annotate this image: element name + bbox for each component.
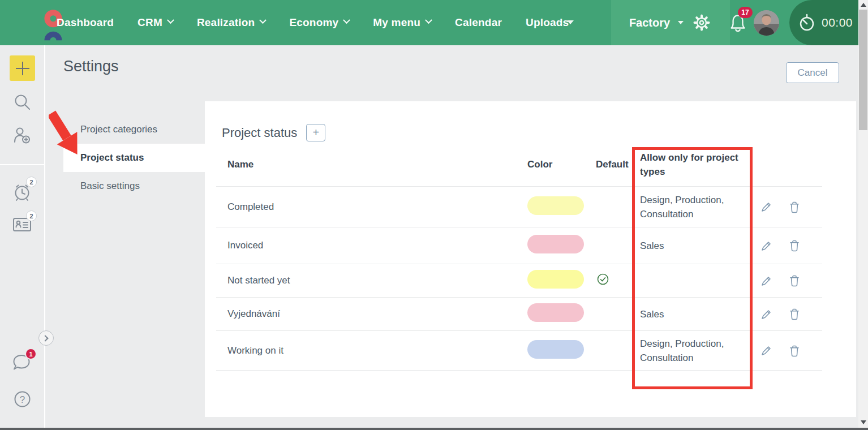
workspace-name: Factory bbox=[629, 16, 670, 29]
status-color-cell bbox=[527, 235, 596, 256]
search-button[interactable] bbox=[0, 93, 44, 111]
edit-pencil-icon[interactable] bbox=[760, 275, 772, 287]
delete-status-button[interactable] bbox=[789, 274, 817, 287]
add-status-button[interactable]: + bbox=[306, 124, 325, 141]
nav-item-my-menu[interactable]: My menu bbox=[373, 16, 431, 29]
settings-menu-item-project-status[interactable]: Project status bbox=[63, 144, 205, 172]
scroll-down-button[interactable] bbox=[858, 418, 868, 427]
gear-icon[interactable] bbox=[691, 12, 712, 33]
table-row: Working on itDesign, Production, Consult… bbox=[216, 331, 822, 371]
chevron-down-icon bbox=[167, 16, 174, 24]
contacts-badge: 2 bbox=[26, 210, 37, 221]
status-color-cell bbox=[527, 303, 596, 325]
chevron-down-icon bbox=[260, 16, 267, 24]
settings-menu: Project categoriesProject statusBasic se… bbox=[63, 115, 205, 200]
nav-item-label: Uploads bbox=[526, 16, 569, 29]
chevron-down-icon bbox=[343, 16, 350, 24]
table-body: CompletedDesign, Production, Consultatio… bbox=[205, 187, 856, 371]
color-pill bbox=[527, 270, 584, 289]
delete-trash-icon[interactable] bbox=[789, 308, 800, 320]
edit-status-button[interactable] bbox=[760, 308, 789, 320]
nav-item-label: Realization bbox=[197, 16, 255, 29]
status-name: Invoiced bbox=[216, 240, 527, 251]
nav-item-realization[interactable]: Realization bbox=[197, 16, 266, 29]
top-navigation: DashboardCRMRealizationEconomyMy menuCal… bbox=[0, 0, 858, 45]
status-default-cell bbox=[596, 273, 640, 288]
delete-status-button[interactable] bbox=[789, 308, 817, 320]
contacts-button[interactable]: 2 bbox=[0, 215, 44, 236]
chat-badge: 1 bbox=[25, 348, 37, 360]
color-pill bbox=[527, 235, 584, 253]
status-color-cell bbox=[527, 270, 596, 291]
status-name: Vyjednávání bbox=[216, 308, 527, 320]
scrollbar-thumb[interactable] bbox=[859, 10, 867, 130]
timer-value: 00:00 bbox=[822, 16, 853, 29]
color-pill bbox=[527, 303, 584, 322]
settings-menu-item-basic-settings[interactable]: Basic settings bbox=[63, 172, 205, 200]
user-avatar[interactable] bbox=[754, 10, 779, 36]
help-button[interactable]: ? bbox=[0, 390, 44, 408]
delete-trash-icon[interactable] bbox=[789, 239, 800, 252]
scroll-up-button[interactable] bbox=[858, 0, 868, 10]
delete-status-button[interactable] bbox=[789, 345, 817, 357]
chevron-down-icon bbox=[425, 16, 432, 24]
settings-menu-item-project-categories[interactable]: Project categories bbox=[63, 115, 205, 144]
table-row: CompletedDesign, Production, Consultatio… bbox=[216, 187, 822, 227]
delete-trash-icon[interactable] bbox=[789, 345, 800, 357]
default-check-icon bbox=[597, 273, 609, 285]
nav-item-label: Economy bbox=[289, 16, 338, 29]
workspace-switcher[interactable]: Factory bbox=[611, 0, 730, 45]
edit-pencil-icon[interactable] bbox=[760, 308, 772, 320]
cancel-button[interactable]: Cancel bbox=[786, 62, 839, 83]
person-add-icon bbox=[12, 126, 32, 145]
sidebar-expand-button[interactable] bbox=[38, 330, 54, 346]
column-header-allow: Allow only for project types bbox=[640, 150, 745, 179]
status-color-cell bbox=[527, 196, 596, 218]
add-contact-button[interactable] bbox=[0, 126, 44, 145]
edit-status-button[interactable] bbox=[760, 201, 789, 213]
notifications-button[interactable]: 17 bbox=[728, 11, 754, 37]
nav-more-caret-icon[interactable] bbox=[567, 20, 574, 24]
delete-status-button[interactable] bbox=[789, 201, 817, 213]
delete-status-button[interactable] bbox=[789, 239, 817, 252]
svg-text:?: ? bbox=[19, 394, 24, 405]
time-tracker[interactable]: 00:00 bbox=[789, 0, 858, 45]
color-pill bbox=[527, 196, 584, 215]
nav-item-calendar[interactable]: Calendar bbox=[455, 16, 502, 29]
reminders-button[interactable]: 2 bbox=[0, 181, 44, 205]
color-pill bbox=[527, 340, 584, 359]
edit-pencil-icon[interactable] bbox=[760, 345, 772, 356]
chat-button[interactable]: 1 bbox=[0, 352, 44, 374]
question-icon: ? bbox=[14, 390, 31, 408]
status-allow-types: Sales bbox=[640, 307, 750, 321]
quick-add-button[interactable] bbox=[10, 55, 35, 81]
sidebar-divider bbox=[0, 164, 44, 165]
edit-status-button[interactable] bbox=[760, 240, 789, 252]
edit-pencil-icon[interactable] bbox=[760, 201, 772, 213]
vertical-scrollbar[interactable] bbox=[858, 0, 868, 430]
delete-trash-icon[interactable] bbox=[789, 274, 800, 287]
nav-items: DashboardCRMRealizationEconomyMy menuCal… bbox=[57, 0, 569, 45]
table-title: Project status bbox=[222, 126, 297, 140]
avatar-image bbox=[754, 10, 779, 36]
column-header-default: Default bbox=[596, 159, 640, 170]
edit-status-button[interactable] bbox=[760, 345, 789, 356]
table-row: InvoicedSales bbox=[216, 227, 822, 264]
delete-trash-icon[interactable] bbox=[789, 201, 800, 213]
edit-status-button[interactable] bbox=[760, 275, 789, 287]
nav-item-crm[interactable]: CRM bbox=[137, 16, 173, 29]
status-allow-types: Design, Production, Consultation bbox=[640, 337, 750, 365]
icon-sidebar: 2 2 1 bbox=[0, 45, 45, 428]
settings-panel: Project status + Name Color Default Allo… bbox=[205, 101, 856, 417]
nav-item-dashboard[interactable]: Dashboard bbox=[57, 16, 114, 29]
status-allow-types: Sales bbox=[640, 239, 750, 253]
chevron-down-icon bbox=[678, 21, 684, 24]
status-name: Completed bbox=[216, 201, 527, 213]
edit-pencil-icon[interactable] bbox=[760, 240, 772, 252]
status-color-cell bbox=[527, 340, 596, 362]
nav-item-uploads[interactable]: Uploads bbox=[526, 16, 569, 29]
plus-icon bbox=[15, 61, 30, 76]
notification-count-badge: 17 bbox=[738, 7, 753, 18]
nav-item-economy[interactable]: Economy bbox=[289, 16, 349, 29]
status-name: Not started yet bbox=[216, 275, 527, 286]
